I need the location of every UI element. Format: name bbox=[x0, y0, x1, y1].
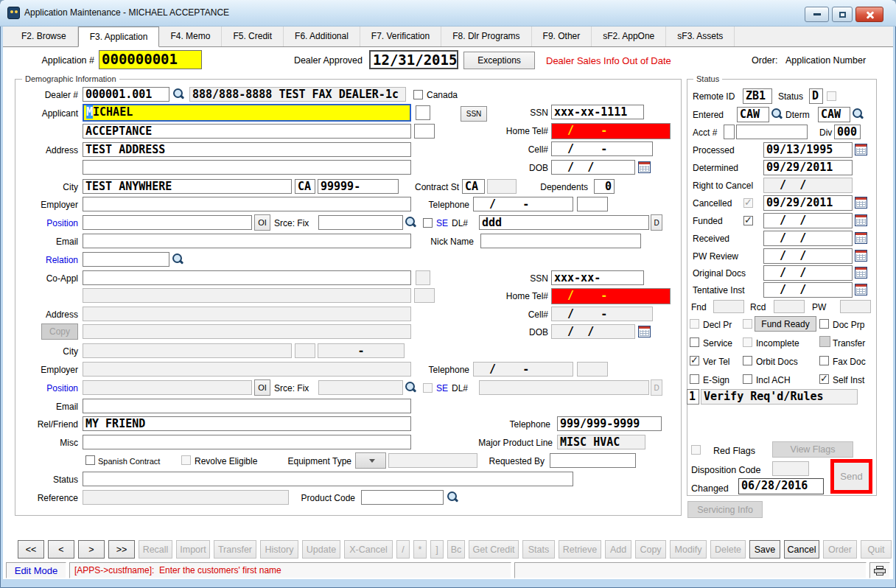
self-inst-checkbox[interactable] bbox=[819, 374, 829, 384]
requested-by-field[interactable] bbox=[550, 453, 636, 468]
misc-field[interactable] bbox=[83, 435, 411, 449]
applicant-first-name-field[interactable]: MICHAEL bbox=[83, 104, 411, 122]
incl-ach-checkbox[interactable] bbox=[743, 374, 752, 384]
fund-ready-button[interactable]: Fund Ready bbox=[755, 316, 816, 332]
spanish-contract-checkbox[interactable] bbox=[85, 455, 95, 465]
equipment-type-dropdown[interactable] bbox=[355, 452, 386, 469]
applicant-employer-field[interactable] bbox=[83, 197, 411, 211]
applicant-suffix-box[interactable] bbox=[416, 105, 430, 120]
applicant-ssn-field[interactable]: xxx-xx-1111 bbox=[551, 105, 644, 119]
close-button[interactable] bbox=[855, 7, 883, 22]
funded-calendar-icon[interactable] bbox=[855, 214, 867, 226]
relation-field[interactable] bbox=[83, 252, 169, 267]
exceptions-button[interactable]: Exceptions bbox=[463, 52, 535, 69]
applicant-work-tel-ext-field[interactable] bbox=[577, 197, 608, 211]
status-code-field[interactable]: D bbox=[809, 88, 823, 104]
applicant-generation-box[interactable] bbox=[414, 124, 435, 139]
original-docs-date-field[interactable]: / / bbox=[763, 265, 853, 281]
tab-verification[interactable]: F7. Verification bbox=[360, 27, 441, 46]
relation-lookup-icon[interactable] bbox=[171, 253, 183, 266]
dealer-number-field[interactable]: 000001.001 bbox=[83, 87, 169, 102]
service-checkbox[interactable] bbox=[690, 337, 699, 347]
tab-application[interactable]: F3. Application bbox=[78, 27, 160, 47]
rel-friend-field[interactable]: MY FRIEND bbox=[83, 416, 411, 431]
received-date-field[interactable]: / / bbox=[763, 231, 853, 246]
cancelled-calendar-icon[interactable] bbox=[855, 197, 867, 209]
applicant-oi-button[interactable]: OI bbox=[254, 214, 270, 231]
ver-tel-checkbox[interactable] bbox=[690, 356, 699, 365]
applicant-home-tel-field[interactable]: / - bbox=[551, 123, 671, 139]
tab-credit[interactable]: F5. Credit bbox=[222, 27, 284, 46]
determined-date-field[interactable]: 09/29/2011 bbox=[763, 160, 853, 175]
coapplicant-home-tel-field[interactable]: / - bbox=[551, 288, 671, 304]
dealer-approved-field[interactable]: 12/31/2015 bbox=[369, 50, 458, 69]
received-calendar-icon[interactable] bbox=[855, 232, 867, 244]
application-number-field[interactable]: 000000001 bbox=[99, 50, 202, 69]
applicant-address2-field[interactable] bbox=[83, 160, 411, 175]
send-button[interactable]: Send bbox=[830, 459, 872, 494]
tab-additional[interactable]: F6. Additional bbox=[284, 27, 360, 46]
tab-assets[interactable]: sF3. Assets bbox=[666, 27, 735, 46]
app-status-field[interactable] bbox=[83, 472, 573, 486]
processed-calendar-icon[interactable] bbox=[855, 144, 867, 155]
tab-appone[interactable]: sF2. AppOne bbox=[592, 27, 666, 46]
applicant-cell-field[interactable]: / - bbox=[551, 141, 653, 156]
orbit-docs-checkbox[interactable] bbox=[743, 356, 752, 365]
tab-memo[interactable]: F4. Memo bbox=[159, 27, 222, 46]
nav-prev-button[interactable]: < bbox=[48, 540, 74, 559]
save-button[interactable]: Save bbox=[749, 540, 780, 559]
dterm-field[interactable]: CAW bbox=[818, 107, 850, 122]
applicant-zip-field[interactable]: 99999- bbox=[318, 179, 399, 194]
nav-next-button[interactable]: > bbox=[78, 540, 105, 559]
processed-date-field[interactable]: 09/13/1995 bbox=[763, 142, 853, 158]
applicant-d-button[interactable]: D bbox=[651, 214, 662, 231]
applicant-dob-calendar-icon[interactable] bbox=[638, 161, 651, 173]
nav-last-button[interactable]: >> bbox=[108, 540, 135, 559]
applicant-email-field[interactable] bbox=[83, 234, 411, 248]
tab-other[interactable]: F9. Other bbox=[532, 27, 592, 46]
minimize-button[interactable] bbox=[805, 7, 829, 22]
doc-prp-checkbox[interactable] bbox=[819, 319, 829, 329]
relation-label[interactable]: Relation bbox=[16, 253, 78, 267]
fax-doc-checkbox[interactable] bbox=[819, 356, 829, 365]
applicant-last-name-field[interactable]: ACCEPTANCE bbox=[83, 124, 411, 139]
applicant-state-field[interactable]: CA bbox=[295, 179, 315, 194]
coapplicant-position-label[interactable]: Position bbox=[16, 381, 78, 396]
e-sign-checkbox[interactable] bbox=[690, 374, 699, 384]
acct-prefix-box[interactable] bbox=[724, 125, 735, 139]
funded-checkbox[interactable] bbox=[743, 216, 753, 225]
rel-friend-tel-field[interactable]: 999/999-9999 bbox=[557, 416, 662, 431]
applicant-srce-lookup-icon[interactable] bbox=[404, 216, 416, 229]
applicant-work-tel-field[interactable]: / - bbox=[473, 197, 573, 211]
cancel-button[interactable]: Cancel bbox=[784, 540, 819, 559]
product-code-field[interactable] bbox=[361, 490, 444, 505]
coapplicant-email-field[interactable] bbox=[83, 399, 411, 413]
contract-state-field[interactable]: CA bbox=[462, 179, 485, 194]
verify-rules-field[interactable]: Verify Req'd/Rules bbox=[701, 389, 858, 405]
remote-id-field[interactable]: ZB1 bbox=[743, 88, 772, 104]
applicant-position-field[interactable] bbox=[83, 215, 252, 230]
tab-dlr-programs[interactable]: F8. Dlr Programs bbox=[441, 27, 531, 46]
dependents-field[interactable]: 0 bbox=[594, 179, 615, 194]
acct-number-field[interactable] bbox=[736, 125, 808, 139]
product-code-lookup-icon[interactable] bbox=[446, 491, 458, 504]
coapplicant-srce-lookup-icon[interactable] bbox=[404, 381, 416, 394]
applicant-position-label[interactable]: Position bbox=[16, 216, 78, 231]
coapplicant-oi-button[interactable]: OI bbox=[254, 379, 270, 396]
entered-field[interactable]: CAW bbox=[737, 107, 769, 122]
applicant-dl-field[interactable]: ddd bbox=[479, 215, 649, 230]
funded-date-field[interactable]: / / bbox=[763, 213, 853, 228]
print-button[interactable] bbox=[869, 562, 890, 578]
tentative-inst-date-field[interactable]: / / bbox=[763, 282, 853, 298]
tab-browse[interactable]: F2. Browse bbox=[10, 27, 78, 46]
applicant-se-checkbox[interactable] bbox=[423, 218, 433, 228]
dterm-lookup-icon[interactable] bbox=[851, 108, 864, 121]
canada-checkbox[interactable] bbox=[413, 90, 423, 99]
nick-name-field[interactable] bbox=[480, 234, 641, 248]
ssn-button[interactable]: SSN bbox=[461, 106, 487, 122]
pw-review-date-field[interactable]: / / bbox=[763, 248, 853, 264]
applicant-srce-field[interactable] bbox=[318, 215, 403, 230]
changed-date-field[interactable]: 06/28/2016 bbox=[738, 478, 824, 494]
restore-button[interactable] bbox=[832, 7, 853, 22]
tentative-inst-calendar-icon[interactable] bbox=[855, 284, 867, 295]
